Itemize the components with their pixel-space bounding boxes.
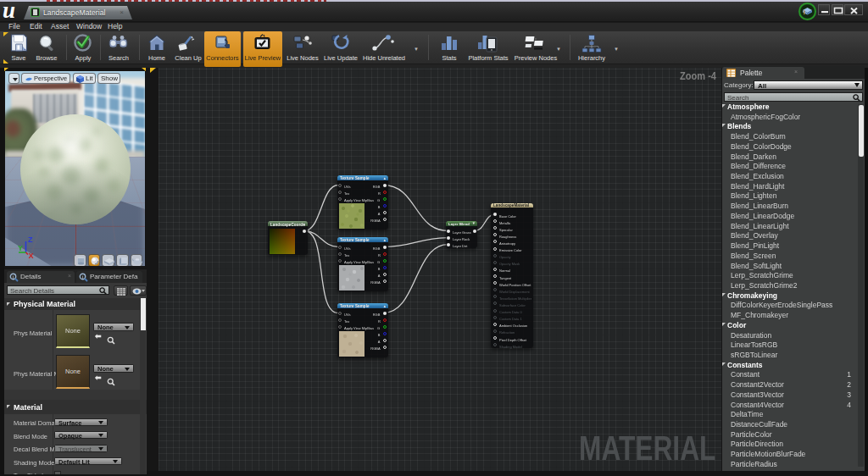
svg-text:Z: Z	[28, 236, 33, 244]
svg-text:i: i	[82, 274, 83, 279]
svg-text:i: i	[13, 274, 14, 279]
svg-text:Y: Y	[18, 244, 23, 252]
svg-text:X: X	[29, 252, 34, 258]
